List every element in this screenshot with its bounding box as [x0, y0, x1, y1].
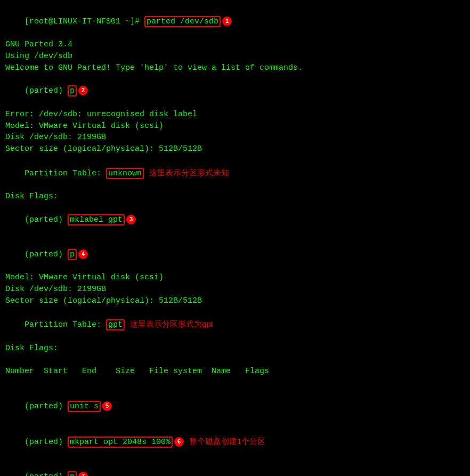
- line-9: Sector size (logical/physical): 512B/512…: [5, 143, 465, 155]
- line-10: Partition Table: unknown这里表示分区形式未知: [5, 155, 465, 191]
- line-8: Disk /dev/sdb: 2199GB: [5, 132, 465, 143]
- cmd-5: unit s: [68, 401, 101, 412]
- line-blank-1: [5, 354, 465, 366]
- line-2: GNU Parted 3.4: [5, 39, 465, 51]
- line-23: (parted) mkpart opt 2048s 100%6整个磁盘创建1个分…: [5, 424, 465, 459]
- badge-3: 3: [126, 215, 136, 224]
- badge-7: 7: [78, 472, 88, 476]
- line-6: Error: /dev/sdb: unrecognised disk label: [5, 109, 465, 120]
- line-24: (parted) p7: [5, 459, 465, 476]
- line-15: Disk /dev/sdb: 2199GB: [5, 284, 465, 295]
- cmd-6: mkpart opt 2048s 100%: [68, 437, 173, 448]
- annotation-mkpart: 整个磁盘创建1个分区: [189, 437, 265, 446]
- cmd-4: p: [68, 249, 77, 260]
- line-5: (parted) p2: [5, 74, 465, 109]
- line-18: Disk Flags:: [5, 343, 465, 354]
- badge-2: 2: [78, 86, 88, 95]
- line-3: Using /dev/sdb: [5, 51, 465, 62]
- line-7: Model: VMware Virtual disk (scsi): [5, 120, 465, 132]
- terminal-window: [root@LINUX-IT-NFS01 ~]# parted /dev/sdb…: [5, 4, 465, 472]
- cmd-2: p: [68, 85, 77, 96]
- line-12: (parted) mklabel gpt3: [5, 203, 465, 237]
- badge-6: 6: [174, 437, 184, 447]
- parted-prompt: (parted): [25, 215, 68, 224]
- parted-prompt: (parted): [25, 250, 68, 259]
- line-blank-2: [5, 377, 465, 389]
- parted-prompt: (parted): [25, 438, 68, 447]
- prompt: [root@LINUX-IT-NFS01 ~]#: [25, 17, 144, 26]
- line-col-headers-1: Number Start End Size File system Name F…: [5, 366, 465, 377]
- line-17: Partition Table: gpt这里表示分区形式为gpt: [5, 307, 465, 343]
- line-22: (parted) unit s5: [5, 389, 465, 424]
- parted-prompt: (parted): [25, 86, 68, 95]
- partition-table-unknown: unknown: [106, 168, 144, 179]
- parted-prompt: (parted): [25, 402, 68, 411]
- parted-prompt: (parted): [25, 472, 68, 476]
- line-16: Sector size (logical/physical): 512B/512…: [5, 295, 465, 307]
- line-13: (parted) p4: [5, 237, 465, 272]
- annotation-unknown: 这里表示分区形式未知: [149, 168, 229, 177]
- line-4: Welcome to GNU Parted! Type 'help' to vi…: [5, 62, 465, 74]
- partition-table-gpt: gpt: [106, 319, 125, 330]
- badge-1: 1: [222, 17, 232, 26]
- line-1: [root@LINUX-IT-NFS01 ~]# parted /dev/sdb…: [5, 4, 465, 39]
- badge-4: 4: [78, 249, 88, 259]
- cmd-1: parted /dev/sdb: [144, 16, 221, 27]
- cmd-3: mklabel gpt: [68, 214, 125, 225]
- badge-5: 5: [102, 401, 112, 411]
- line-11: Disk Flags:: [5, 191, 465, 203]
- annotation-gpt: 这里表示分区形式为gpt: [130, 319, 213, 328]
- line-14: Model: VMware Virtual disk (scsi): [5, 272, 465, 284]
- cmd-7: p: [68, 471, 77, 476]
